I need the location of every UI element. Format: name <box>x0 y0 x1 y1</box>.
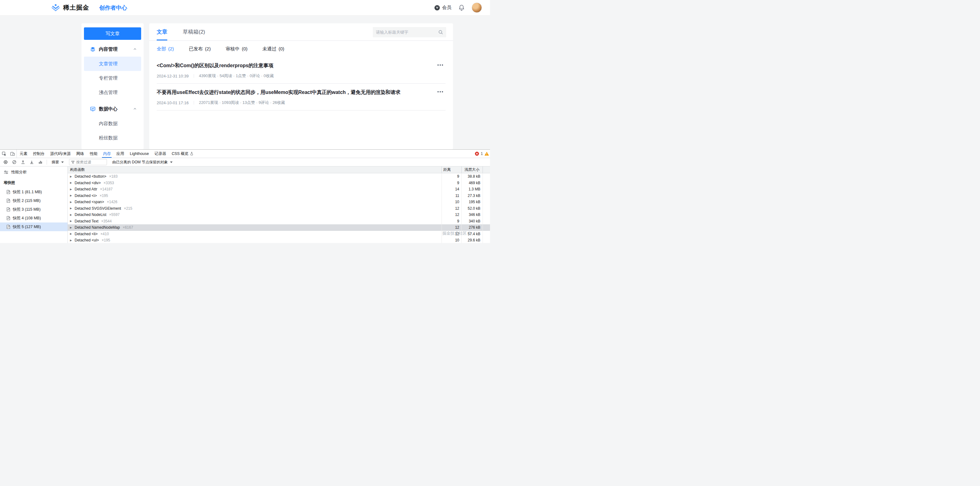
devtools-tab[interactable]: 元素 <box>17 150 30 158</box>
constructor-name: Detached <i> <box>75 194 97 198</box>
sidebar-menu-item[interactable]: 内容数据 <box>84 116 141 131</box>
expand-triangle-icon[interactable]: ▶ <box>70 207 73 210</box>
menu-item-label: 粉丝数据 <box>99 135 118 140</box>
heap-snapshot-item[interactable]: 快照 2 (115 MB) <box>0 196 67 205</box>
heap-table-row[interactable]: ▶ Detached <button> ×183 9 38.8 kB <box>68 173 490 180</box>
article-more-button[interactable] <box>436 90 444 94</box>
chevron-up-icon[interactable] <box>133 107 137 111</box>
status-filter[interactable]: 未通过 (0) <box>262 46 284 52</box>
heap-table-row[interactable]: ▶ Detached <span> ×1426 10 195 kB <box>68 199 490 206</box>
heap-snapshot-item[interactable]: 快照 5 (127 MB) <box>0 223 67 231</box>
distance-cell: 12 <box>442 231 461 237</box>
menu-items: 文章管理 专栏管理 沸点管理 <box>84 57 141 100</box>
content-tab-label: 文章 <box>157 28 167 35</box>
heap-snapshot-item[interactable]: 快照 3 (115 MB) <box>0 205 67 214</box>
menu-section-header[interactable]: 内容管理 <box>84 42 141 57</box>
search-box[interactable] <box>373 27 446 37</box>
heap-table-row[interactable]: ▶ Detached NodeList ×5597 12 346 kB <box>68 212 490 218</box>
expand-triangle-icon[interactable]: ▶ <box>70 220 73 223</box>
load-profile-icon[interactable] <box>19 158 27 166</box>
heap-table-row[interactable]: ▶ Detached <i> ×195 11 27.3 kB <box>68 193 490 199</box>
write-article-button[interactable]: 写文章 <box>84 27 141 40</box>
column-shallow-size[interactable]: 浅层大小 <box>461 166 482 173</box>
class-filter-input[interactable] <box>76 160 105 164</box>
expand-triangle-icon[interactable]: ▶ <box>70 182 73 184</box>
snapshot-document-icon <box>6 190 10 194</box>
constructor-cell: ▶ Detached NamedNodeMap ×6167 <box>68 225 442 229</box>
device-toolbar-icon[interactable] <box>8 150 17 158</box>
article-more-button[interactable] <box>436 63 444 67</box>
status-filter[interactable]: 全部 (2) <box>157 46 174 52</box>
user-avatar[interactable] <box>472 3 482 13</box>
heap-table-row[interactable]: ▶ Detached <li> ×410 12 57.4 kB <box>68 231 490 237</box>
expand-triangle-icon[interactable]: ▶ <box>70 214 73 216</box>
sidebar-menu-item[interactable]: 文章管理 <box>84 57 141 71</box>
article-item[interactable]: 不要再用useEffect去仅进行state的状态同步，用useMemo实现Re… <box>157 84 445 110</box>
chart-icon <box>90 107 95 112</box>
chevron-down-icon <box>170 161 173 163</box>
column-distance[interactable]: 距离 <box>442 166 461 173</box>
instance-count: ×14187 <box>100 187 113 191</box>
article-item[interactable]: <Com/>和Com()的区别以及renderprops的注意事项 2024-1… <box>157 57 445 84</box>
column-constructor[interactable]: 构造函数 <box>68 166 442 173</box>
shallow-size-cell: 27.3 kB <box>461 193 482 199</box>
distance-cell: 9 <box>442 180 461 186</box>
heap-table-row[interactable]: ▶ Detached SVGSVGElement ×215 12 52.0 kB <box>68 206 490 212</box>
expand-triangle-icon[interactable]: ▶ <box>70 194 73 197</box>
member-link[interactable]: 会员 <box>434 5 452 11</box>
shallow-size-cell: 29.6 kB <box>461 237 482 243</box>
devtools-tab[interactable]: 控制台 <box>30 150 48 158</box>
chevron-up-icon[interactable] <box>133 47 137 51</box>
status-filter[interactable]: 已发布 (2) <box>189 46 210 52</box>
heap-table-row[interactable]: ▶ Detached <ul> ×195 10 29.6 kB <box>68 237 490 243</box>
status-filter[interactable]: 审核中 (0) <box>226 46 248 52</box>
expand-triangle-icon[interactable]: ▶ <box>70 233 73 235</box>
content-tab[interactable]: 文章 <box>157 23 167 40</box>
statistics-icon[interactable] <box>36 158 45 166</box>
juejin-logo[interactable]: 稀土掘金 <box>51 3 89 12</box>
article-meta: 2024-10-01 17:16 22071展现 · 1093阅读 · 13点赞… <box>157 100 445 105</box>
expand-triangle-icon[interactable]: ▶ <box>70 201 73 204</box>
sidebar-menu-item[interactable]: 粉丝数据 <box>84 131 141 145</box>
heap-table-row[interactable]: ▶ Detached Attr ×14187 14 1.3 MB <box>68 186 490 193</box>
devtools-tab[interactable]: 源代码/来源 <box>48 150 74 158</box>
heap-table-row[interactable]: ▶ Detached <div> ×3353 9 469 kB <box>68 180 490 186</box>
search-icon[interactable] <box>438 30 443 35</box>
creator-center-link[interactable]: 创作者中心 <box>99 4 127 11</box>
article-title[interactable]: <Com/>和Com()的区别以及renderprops的注意事项 <box>157 62 445 69</box>
save-profile-icon[interactable] <box>27 158 36 166</box>
heap-snapshot-item[interactable]: 快照 4 (108 MB) <box>0 214 67 223</box>
shallow-size-cell: 346 kB <box>461 212 482 218</box>
heap-table-row[interactable]: ▶ Detached Text ×3544 9 340 kB <box>68 218 490 225</box>
devtools-tab[interactable]: CSS 概览 <box>169 150 196 158</box>
heap-table-row[interactable]: ▶ Detached NamedNodeMap ×6167 12 276 kB <box>68 224 490 231</box>
clear-profiles-icon[interactable] <box>10 158 18 166</box>
sidebar-menu-item[interactable]: 专栏管理 <box>84 71 141 85</box>
expand-triangle-icon[interactable]: ▶ <box>70 226 73 229</box>
sidebar-menu-item[interactable]: 沸点管理 <box>84 85 141 100</box>
expand-triangle-icon[interactable]: ▶ <box>70 175 73 178</box>
error-badge-icon[interactable] <box>475 151 479 156</box>
devtools-tab[interactable]: Lighthouse <box>127 150 151 158</box>
sidebar-menu-section: 数据中心 内容数据 粉丝数据 <box>84 102 141 145</box>
warning-icon[interactable] <box>484 151 489 156</box>
content-tab[interactable]: 草稿箱(2) <box>183 23 205 40</box>
perspective-select[interactable]: 摘要 <box>49 159 66 166</box>
distance-cell: 10 <box>442 237 461 243</box>
devtools-tab[interactable]: 网络 <box>73 150 87 158</box>
class-filter-box[interactable] <box>69 159 107 165</box>
search-input[interactable] <box>376 30 438 35</box>
article-title[interactable]: 不要再用useEffect去仅进行state的状态同步，用useMemo实现Re… <box>157 89 445 96</box>
devtools-tab[interactable]: 应用 <box>113 150 127 158</box>
expand-triangle-icon[interactable]: ▶ <box>70 239 73 242</box>
inspect-element-icon[interactable] <box>0 150 8 158</box>
heap-snapshot-item[interactable]: 快照 1 (81.1 MB) <box>0 188 67 196</box>
devtools-tab[interactable]: 记录器 <box>152 150 169 158</box>
menu-section-header[interactable]: 数据中心 <box>84 102 141 116</box>
record-heap-snapshot-icon[interactable] <box>1 158 10 166</box>
retained-objects-select[interactable]: 由已分离的 DOM 节点保留的对象 <box>110 159 175 166</box>
expand-triangle-icon[interactable]: ▶ <box>70 188 73 191</box>
devtools-tab[interactable]: 性能 <box>87 150 100 158</box>
devtools-tab[interactable]: 内存 <box>100 150 113 158</box>
notification-bell-icon[interactable] <box>458 4 465 11</box>
